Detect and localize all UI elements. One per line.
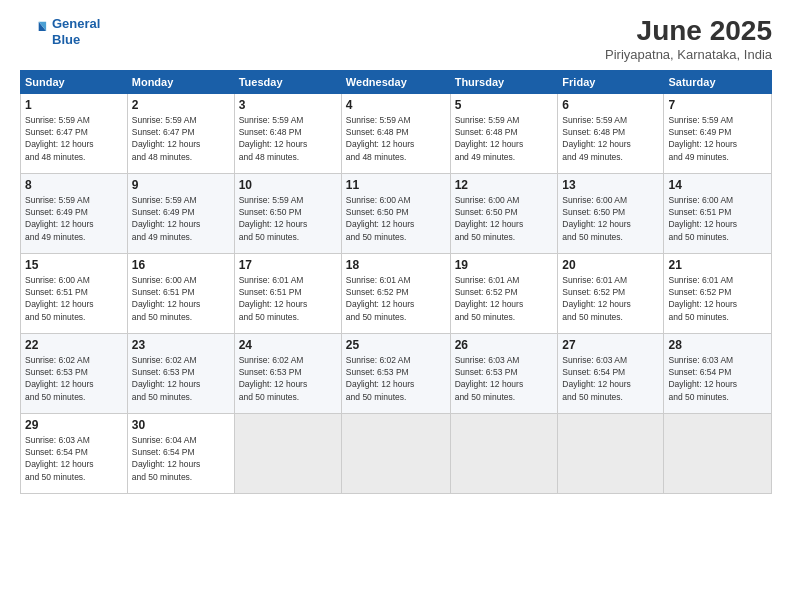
calendar-cell xyxy=(558,413,664,493)
calendar-cell: 16Sunrise: 6:00 AM Sunset: 6:51 PM Dayli… xyxy=(127,253,234,333)
calendar-cell xyxy=(450,413,558,493)
calendar-cell: 27Sunrise: 6:03 AM Sunset: 6:54 PM Dayli… xyxy=(558,333,664,413)
weekday-header-sunday: Sunday xyxy=(21,70,128,93)
calendar-cell: 6Sunrise: 5:59 AM Sunset: 6:48 PM Daylig… xyxy=(558,93,664,173)
day-number: 5 xyxy=(455,98,554,112)
day-number: 25 xyxy=(346,338,446,352)
day-number: 26 xyxy=(455,338,554,352)
calendar-cell: 11Sunrise: 6:00 AM Sunset: 6:50 PM Dayli… xyxy=(341,173,450,253)
day-info: Sunrise: 5:59 AM Sunset: 6:48 PM Dayligh… xyxy=(346,114,446,163)
day-number: 30 xyxy=(132,418,230,432)
day-number: 22 xyxy=(25,338,123,352)
day-info: Sunrise: 6:03 AM Sunset: 6:53 PM Dayligh… xyxy=(455,354,554,403)
day-number: 28 xyxy=(668,338,767,352)
calendar-cell: 25Sunrise: 6:02 AM Sunset: 6:53 PM Dayli… xyxy=(341,333,450,413)
calendar-cell: 22Sunrise: 6:02 AM Sunset: 6:53 PM Dayli… xyxy=(21,333,128,413)
calendar-cell: 12Sunrise: 6:00 AM Sunset: 6:50 PM Dayli… xyxy=(450,173,558,253)
day-info: Sunrise: 6:04 AM Sunset: 6:54 PM Dayligh… xyxy=(132,434,230,483)
day-info: Sunrise: 6:00 AM Sunset: 6:50 PM Dayligh… xyxy=(455,194,554,243)
day-number: 29 xyxy=(25,418,123,432)
calendar-cell: 5Sunrise: 5:59 AM Sunset: 6:48 PM Daylig… xyxy=(450,93,558,173)
day-number: 13 xyxy=(562,178,659,192)
day-info: Sunrise: 6:03 AM Sunset: 6:54 PM Dayligh… xyxy=(562,354,659,403)
day-number: 7 xyxy=(668,98,767,112)
logo-text: General Blue xyxy=(52,16,100,47)
logo-blue: Blue xyxy=(52,32,100,48)
header: General Blue June 2025 Piriyapatna, Karn… xyxy=(20,16,772,62)
day-number: 19 xyxy=(455,258,554,272)
day-info: Sunrise: 5:59 AM Sunset: 6:48 PM Dayligh… xyxy=(455,114,554,163)
calendar-cell: 2Sunrise: 5:59 AM Sunset: 6:47 PM Daylig… xyxy=(127,93,234,173)
calendar-cell: 29Sunrise: 6:03 AM Sunset: 6:54 PM Dayli… xyxy=(21,413,128,493)
day-number: 16 xyxy=(132,258,230,272)
calendar-cell: 23Sunrise: 6:02 AM Sunset: 6:53 PM Dayli… xyxy=(127,333,234,413)
day-number: 14 xyxy=(668,178,767,192)
calendar-cell: 30Sunrise: 6:04 AM Sunset: 6:54 PM Dayli… xyxy=(127,413,234,493)
calendar-week-row: 1Sunrise: 5:59 AM Sunset: 6:47 PM Daylig… xyxy=(21,93,772,173)
calendar-cell: 10Sunrise: 5:59 AM Sunset: 6:50 PM Dayli… xyxy=(234,173,341,253)
calendar-cell xyxy=(341,413,450,493)
calendar-cell: 4Sunrise: 5:59 AM Sunset: 6:48 PM Daylig… xyxy=(341,93,450,173)
weekday-header-monday: Monday xyxy=(127,70,234,93)
calendar-cell: 19Sunrise: 6:01 AM Sunset: 6:52 PM Dayli… xyxy=(450,253,558,333)
calendar-cell: 13Sunrise: 6:00 AM Sunset: 6:50 PM Dayli… xyxy=(558,173,664,253)
day-info: Sunrise: 6:01 AM Sunset: 6:52 PM Dayligh… xyxy=(562,274,659,323)
day-number: 21 xyxy=(668,258,767,272)
day-info: Sunrise: 6:01 AM Sunset: 6:52 PM Dayligh… xyxy=(455,274,554,323)
day-number: 15 xyxy=(25,258,123,272)
weekday-header-friday: Friday xyxy=(558,70,664,93)
day-number: 11 xyxy=(346,178,446,192)
day-number: 17 xyxy=(239,258,337,272)
weekday-header-saturday: Saturday xyxy=(664,70,772,93)
month-title: June 2025 xyxy=(605,16,772,47)
day-number: 24 xyxy=(239,338,337,352)
calendar-table: SundayMondayTuesdayWednesdayThursdayFrid… xyxy=(20,70,772,494)
calendar-cell: 3Sunrise: 5:59 AM Sunset: 6:48 PM Daylig… xyxy=(234,93,341,173)
day-number: 6 xyxy=(562,98,659,112)
calendar-cell: 15Sunrise: 6:00 AM Sunset: 6:51 PM Dayli… xyxy=(21,253,128,333)
calendar-cell: 14Sunrise: 6:00 AM Sunset: 6:51 PM Dayli… xyxy=(664,173,772,253)
title-block: June 2025 Piriyapatna, Karnataka, India xyxy=(605,16,772,62)
day-info: Sunrise: 5:59 AM Sunset: 6:49 PM Dayligh… xyxy=(668,114,767,163)
day-number: 9 xyxy=(132,178,230,192)
day-info: Sunrise: 6:02 AM Sunset: 6:53 PM Dayligh… xyxy=(25,354,123,403)
day-number: 27 xyxy=(562,338,659,352)
calendar-cell: 28Sunrise: 6:03 AM Sunset: 6:54 PM Dayli… xyxy=(664,333,772,413)
day-number: 1 xyxy=(25,98,123,112)
day-number: 4 xyxy=(346,98,446,112)
day-number: 20 xyxy=(562,258,659,272)
day-info: Sunrise: 5:59 AM Sunset: 6:49 PM Dayligh… xyxy=(25,194,123,243)
day-number: 18 xyxy=(346,258,446,272)
day-number: 3 xyxy=(239,98,337,112)
calendar-cell: 8Sunrise: 5:59 AM Sunset: 6:49 PM Daylig… xyxy=(21,173,128,253)
day-info: Sunrise: 5:59 AM Sunset: 6:47 PM Dayligh… xyxy=(132,114,230,163)
calendar-cell: 17Sunrise: 6:01 AM Sunset: 6:51 PM Dayli… xyxy=(234,253,341,333)
logo: General Blue xyxy=(20,16,100,47)
calendar-week-row: 8Sunrise: 5:59 AM Sunset: 6:49 PM Daylig… xyxy=(21,173,772,253)
day-info: Sunrise: 6:01 AM Sunset: 6:51 PM Dayligh… xyxy=(239,274,337,323)
weekday-header-thursday: Thursday xyxy=(450,70,558,93)
calendar-cell: 1Sunrise: 5:59 AM Sunset: 6:47 PM Daylig… xyxy=(21,93,128,173)
calendar-cell xyxy=(234,413,341,493)
day-info: Sunrise: 6:00 AM Sunset: 6:50 PM Dayligh… xyxy=(562,194,659,243)
day-info: Sunrise: 5:59 AM Sunset: 6:48 PM Dayligh… xyxy=(239,114,337,163)
calendar-cell: 9Sunrise: 5:59 AM Sunset: 6:49 PM Daylig… xyxy=(127,173,234,253)
calendar-week-row: 15Sunrise: 6:00 AM Sunset: 6:51 PM Dayli… xyxy=(21,253,772,333)
day-info: Sunrise: 6:00 AM Sunset: 6:51 PM Dayligh… xyxy=(25,274,123,323)
calendar-cell: 7Sunrise: 5:59 AM Sunset: 6:49 PM Daylig… xyxy=(664,93,772,173)
day-info: Sunrise: 6:03 AM Sunset: 6:54 PM Dayligh… xyxy=(25,434,123,483)
calendar-week-row: 29Sunrise: 6:03 AM Sunset: 6:54 PM Dayli… xyxy=(21,413,772,493)
day-number: 8 xyxy=(25,178,123,192)
day-info: Sunrise: 6:02 AM Sunset: 6:53 PM Dayligh… xyxy=(132,354,230,403)
logo-general: General xyxy=(52,16,100,31)
weekday-header-tuesday: Tuesday xyxy=(234,70,341,93)
day-info: Sunrise: 6:01 AM Sunset: 6:52 PM Dayligh… xyxy=(346,274,446,323)
day-info: Sunrise: 6:00 AM Sunset: 6:51 PM Dayligh… xyxy=(132,274,230,323)
day-info: Sunrise: 6:00 AM Sunset: 6:51 PM Dayligh… xyxy=(668,194,767,243)
day-number: 12 xyxy=(455,178,554,192)
calendar-cell: 26Sunrise: 6:03 AM Sunset: 6:53 PM Dayli… xyxy=(450,333,558,413)
day-number: 10 xyxy=(239,178,337,192)
day-info: Sunrise: 5:59 AM Sunset: 6:47 PM Dayligh… xyxy=(25,114,123,163)
calendar-header-row: SundayMondayTuesdayWednesdayThursdayFrid… xyxy=(21,70,772,93)
day-number: 2 xyxy=(132,98,230,112)
